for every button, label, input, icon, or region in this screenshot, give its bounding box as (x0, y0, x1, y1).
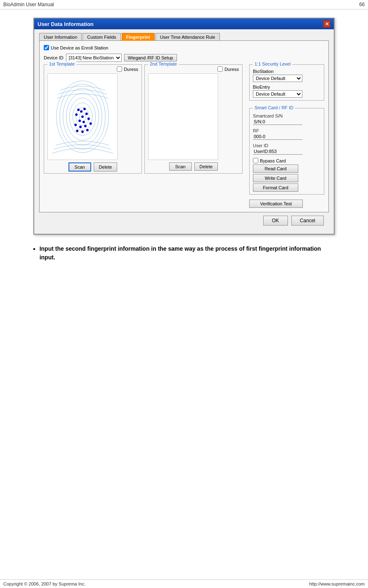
tab-custom-fields[interactable]: Custom Fields (83, 33, 120, 41)
svg-point-23 (86, 129, 89, 132)
tab-fingerprint[interactable]: Fingerprint (122, 33, 155, 41)
fp-top-row: Use Device as Enroll Station (44, 45, 324, 50)
svg-point-17 (74, 124, 77, 126)
bypass-checkbox[interactable] (253, 158, 258, 163)
bioentry-dropdown[interactable]: Device Default (253, 90, 302, 98)
first-duress-row: Duress (47, 66, 138, 72)
first-duress-checkbox[interactable] (117, 66, 122, 72)
second-delete-button[interactable]: Delete (194, 162, 218, 171)
bypass-label: Bypass Card (260, 158, 286, 163)
device-id-dropdown[interactable]: [3143] New BioStation (66, 54, 122, 62)
footer-url: http://www.supremainc.com (309, 581, 365, 586)
smartcard-sn-value: S/N:0 (253, 119, 302, 125)
svg-point-15 (83, 121, 85, 123)
wiegand-setup-button[interactable]: Wiegand /RF ID Setup (124, 54, 177, 61)
fp-main-area: 1st Template Duress (44, 64, 324, 208)
svg-point-8 (77, 108, 80, 111)
svg-point-22 (81, 131, 84, 133)
svg-point-12 (81, 115, 84, 118)
bioentry-dropdown-row: Device Default (253, 90, 321, 98)
bullet-text-1: Input the second fingerprint information… (40, 245, 335, 262)
biostation-dropdown-row: Device Default (253, 75, 321, 82)
user-id-value: UserID:853 (253, 148, 302, 155)
second-template-buttons: Scan Delete (148, 162, 239, 171)
second-template-box: 2nd Template Duress Scan Delete (144, 64, 243, 174)
smartcard-box: Smart Card / RF ID Smartcard S/N S/N:0 R… (249, 108, 324, 195)
dialog-titlebar: User Data Information ✕ (34, 19, 334, 29)
svg-point-21 (76, 130, 78, 132)
smartcard-section-label: Smart Card / RF ID (253, 105, 295, 110)
device-id-row: Device ID [3143] New BioStation Wiegand … (44, 54, 324, 62)
user-id-label: User ID (253, 143, 321, 148)
template-pair: 1st Template Duress (44, 64, 243, 174)
use-device-checkbox[interactable] (44, 45, 49, 50)
verification-test-button[interactable]: Verification Test (249, 200, 303, 208)
cancel-button[interactable]: Cancel (291, 216, 324, 226)
smartcard-section: Smart Card / RF ID Smartcard S/N S/N:0 R… (249, 105, 324, 195)
first-template-box: 1st Template Duress (44, 64, 142, 174)
svg-point-9 (80, 110, 83, 113)
first-duress-label: Duress (124, 67, 138, 72)
use-device-label: Use Device as Enroll Station (51, 45, 108, 50)
page-header: BioAdmin User Manual 66 (0, 0, 368, 9)
tab-user-information[interactable]: User Information (39, 33, 82, 41)
format-card-button[interactable]: Format Card (253, 183, 298, 192)
biostation-label: BioStation (253, 69, 321, 74)
svg-point-13 (85, 113, 88, 115)
page-footer: Copyright © 2006, 2007 by Suprema Inc. h… (0, 579, 368, 588)
dialog-title: User Data Information (38, 21, 94, 27)
first-fingerprint-image (47, 73, 118, 160)
first-template-buttons: Scan Delete (47, 162, 138, 172)
fingerprint-tab-panel: Use Device as Enroll Station Device ID [… (39, 40, 329, 212)
second-scan-button[interactable]: Scan (169, 162, 192, 171)
first-scan-button[interactable]: Scan (68, 162, 91, 172)
device-id-label: Device ID (44, 55, 64, 60)
rf-value: 000-0 (253, 134, 302, 140)
svg-point-18 (79, 126, 82, 128)
page-number: 66 (359, 2, 365, 7)
bullet-section: ▪ Input the second fingerprint informati… (25, 245, 343, 262)
smartcard-sn-label: Smartcard S/N (253, 113, 321, 118)
use-device-row: Use Device as Enroll Station (44, 45, 108, 50)
first-delete-button[interactable]: Delete (94, 162, 118, 172)
write-card-button[interactable]: Write Card (253, 174, 298, 182)
right-panel: 1:1 Security Level BioStation Device Def… (246, 64, 324, 208)
dialog-bottom-buttons: OK Cancel (39, 212, 329, 229)
svg-point-19 (84, 125, 87, 127)
tab-time-attendance[interactable]: User Time Attendance Rule (156, 33, 220, 41)
svg-point-20 (90, 122, 92, 125)
bypass-row: Bypass Card (253, 158, 321, 163)
svg-point-11 (75, 113, 78, 116)
tab-bar: User Information Custom Fields Fingerpri… (39, 33, 329, 40)
dialog-body: User Information Custom Fields Fingerpri… (34, 29, 334, 234)
svg-point-16 (87, 118, 90, 120)
svg-point-10 (83, 108, 86, 110)
user-data-dialog: User Data Information ✕ User Information… (33, 18, 335, 235)
manual-title: BioAdmin User Manual (3, 2, 54, 7)
second-fingerprint-image (148, 73, 218, 160)
templates-area: 1st Template Duress (44, 64, 243, 208)
second-duress-row: Duress (148, 66, 239, 72)
second-duress-label: Duress (224, 67, 239, 72)
first-template-label: 1st Template (47, 61, 76, 66)
dialog-close-button[interactable]: ✕ (323, 20, 330, 28)
bullet-item-1: ▪ Input the second fingerprint informati… (33, 245, 335, 262)
security-section: 1:1 Security Level BioStation Device Def… (249, 64, 324, 101)
rf-label: RF (253, 128, 321, 133)
bioentry-label: BioEntry (253, 85, 321, 89)
security-section-label: 1:1 Security Level (253, 61, 292, 66)
second-template-label: 2nd Template (148, 61, 179, 66)
svg-point-14 (78, 120, 81, 122)
second-duress-checkbox[interactable] (217, 66, 223, 72)
read-card-button[interactable]: Read Card (253, 165, 298, 173)
page-content: User Data Information ✕ User Information… (0, 9, 368, 273)
ok-button[interactable]: OK (263, 216, 288, 226)
biostation-dropdown[interactable]: Device Default (253, 75, 302, 82)
bullet-marker: ▪ (33, 245, 35, 262)
footer-copyright: Copyright © 2006, 2007 by Suprema Inc. (3, 581, 86, 586)
